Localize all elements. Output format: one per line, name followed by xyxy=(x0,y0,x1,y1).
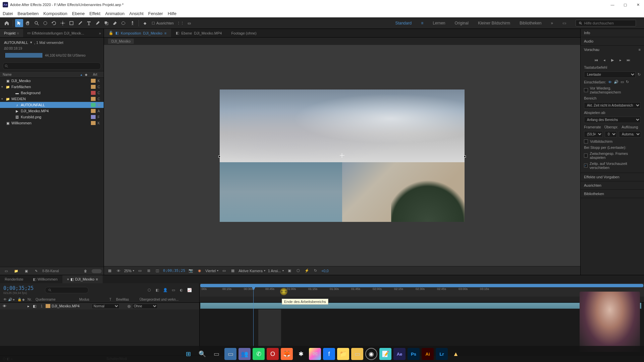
zoom-dropdown[interactable]: 25% xyxy=(124,269,134,273)
clone-tool[interactable] xyxy=(102,19,110,27)
grid-icon[interactable]: ⊞ xyxy=(146,268,152,274)
new-folder-icon[interactable]: 📁 xyxy=(12,267,20,275)
channels-icon[interactable]: 👁 xyxy=(115,268,121,274)
range-dropdown[interactable]: Akt. Zeit nicht in Arbeitsbereich xyxy=(584,102,641,109)
move-time-checkbox[interactable]: Zeitp. auf Vorschauzeit verschieben xyxy=(584,161,641,171)
workspace-libraries[interactable]: Bibliotheken xyxy=(520,21,541,25)
text-tool[interactable] xyxy=(85,19,93,27)
col-nr[interactable]: Nr. xyxy=(26,298,34,301)
exposure-value[interactable]: +0,0 xyxy=(321,269,329,273)
toggle-switch[interactable] xyxy=(92,269,102,273)
teams-icon[interactable]: 👥 xyxy=(238,348,251,360)
playfrom-dropdown[interactable]: Anfang des Bereichs xyxy=(584,117,641,123)
project-item[interactable]: ▾📁FarbflächenC xyxy=(0,84,104,90)
item-label-color[interactable] xyxy=(91,109,96,113)
res-icon[interactable]: ▭ xyxy=(137,268,143,274)
item-label-color[interactable] xyxy=(91,115,96,119)
panel-preview[interactable]: Vorschau xyxy=(584,48,599,52)
color-icon[interactable]: ◉ xyxy=(197,268,203,274)
menu-edit[interactable]: Bearbeiten xyxy=(17,11,39,16)
frameblend-icon[interactable]: ▭ xyxy=(170,287,176,293)
messenger-icon[interactable]: ✉ xyxy=(309,348,321,360)
col-audio-icon[interactable]: 🔊 xyxy=(7,298,11,301)
col-type[interactable]: Art xyxy=(93,73,101,76)
opera-icon[interactable]: O xyxy=(267,348,279,360)
new-comp-icon[interactable]: ▣ xyxy=(22,267,30,275)
project-item[interactable]: ▣WillkommenK xyxy=(0,120,104,126)
brush-tool[interactable] xyxy=(94,19,102,27)
workarea-bar[interactable] xyxy=(200,284,643,287)
fast-icon[interactable]: ⚡ xyxy=(304,268,310,274)
minimize-button[interactable]: — xyxy=(609,1,616,8)
adjust-icon[interactable]: ✎ xyxy=(32,267,40,275)
col-solo-icon[interactable]: ● xyxy=(11,298,16,301)
next-frame-icon[interactable]: ▸ xyxy=(618,57,624,63)
facebook-icon[interactable]: f xyxy=(323,348,335,360)
shortcut-dropdown[interactable]: Leertaste xyxy=(584,71,636,78)
ai-taskbar-icon[interactable]: Ai xyxy=(422,348,434,360)
menu-window[interactable]: Fenster xyxy=(148,11,163,16)
skip-dropdown[interactable]: 0 xyxy=(605,131,617,137)
lock-icon[interactable]: 🔓 xyxy=(109,31,113,35)
col-video-icon[interactable]: 👁 xyxy=(2,298,7,301)
panel-info[interactable]: Info xyxy=(581,29,644,37)
layer-expand-icon[interactable]: ▸ xyxy=(26,304,31,308)
orbit-tool[interactable] xyxy=(41,19,49,27)
breadcrumb[interactable]: DJI_Mexiko xyxy=(108,39,134,44)
project-item[interactable]: ▬BackgroundC xyxy=(0,90,104,96)
include-video-icon[interactable]: 👁 xyxy=(608,80,612,84)
app-icon-1[interactable]: ✱ xyxy=(295,348,307,360)
workspace-panel-icon[interactable]: ▭ xyxy=(562,21,566,25)
obs-icon[interactable]: ◉ xyxy=(365,348,377,360)
tab-renderqueue[interactable]: Renderliste xyxy=(0,275,28,283)
menu-composition[interactable]: Komposition xyxy=(43,11,67,16)
cache-before-checkbox[interactable]: Vor Wiederg. zwischenspeichern xyxy=(584,85,641,95)
anchor-tool[interactable] xyxy=(59,19,67,27)
graph-icon[interactable]: 📈 xyxy=(186,287,193,293)
timeline-search[interactable] xyxy=(45,287,89,293)
workspace-overflow-icon[interactable]: » xyxy=(551,21,553,25)
rotate-tool[interactable] xyxy=(50,19,58,27)
menu-help[interactable]: Hilfe xyxy=(168,11,176,16)
refresh-icon[interactable]: ↻ xyxy=(313,268,319,274)
fullscreen-checkbox[interactable]: Vollbildschirm xyxy=(584,138,641,144)
cached-frames-checkbox[interactable]: Zwischengesp. Frames abspielen xyxy=(584,150,641,161)
col-label-icon[interactable]: ◆ xyxy=(21,298,26,301)
item-label-color[interactable] xyxy=(91,91,96,95)
project-item[interactable]: ▾📁MEDIENC xyxy=(0,96,104,102)
home-icon[interactable] xyxy=(3,19,11,27)
maximize-button[interactable]: ▢ xyxy=(622,1,629,8)
selection-tool[interactable] xyxy=(15,19,23,27)
alpha-icon[interactable]: ▦ xyxy=(107,268,113,274)
panel-menu-icon[interactable]: ≡ xyxy=(639,48,641,52)
notepad-icon[interactable]: 📝 xyxy=(379,348,391,360)
col-sort-icon[interactable]: ▴ xyxy=(80,73,82,76)
resolution-dropdown[interactable]: Viertel xyxy=(205,269,218,273)
renderer-icon[interactable]: ⬡ xyxy=(295,268,301,274)
project-item[interactable]: 🖼Kursbild.pngF xyxy=(0,114,104,120)
project-item[interactable]: ▶DJI_Mexiko.MP4A xyxy=(0,108,104,114)
composition-viewer[interactable] xyxy=(104,45,580,266)
app-icon-3[interactable]: ▲ xyxy=(450,348,462,360)
layer-visibility-icon[interactable]: 👁 xyxy=(2,304,7,308)
layer-trkmat-dropdown[interactable]: Ohne xyxy=(132,304,158,309)
workspace-original[interactable]: Original xyxy=(455,21,469,25)
3d-icon[interactable]: ▣ xyxy=(286,268,292,274)
asset-dropdown-icon[interactable]: ▾ xyxy=(30,40,32,45)
first-frame-icon[interactable]: ⏮ xyxy=(593,57,599,63)
panel-align[interactable]: Ausrichten xyxy=(581,181,644,189)
firefox-icon[interactable]: 🦊 xyxy=(281,348,293,360)
loop-icon[interactable]: ↻ xyxy=(626,80,629,84)
menu-layer[interactable]: Ebene xyxy=(72,11,85,16)
workspace-standard[interactable]: Standard xyxy=(395,21,412,25)
tab-overflow[interactable]: » xyxy=(96,29,104,37)
col-trkmat[interactable]: BewMas xyxy=(115,298,138,301)
shape-tool[interactable] xyxy=(67,19,75,27)
reset-icon[interactable]: ↻ xyxy=(638,72,641,77)
menu-view[interactable]: Ansicht xyxy=(129,11,144,16)
snap-grid-icon[interactable]: ⋮⋮ xyxy=(176,19,184,27)
ps-taskbar-icon[interactable]: Ps xyxy=(408,348,420,360)
item-label-color[interactable] xyxy=(91,103,96,107)
pen-tool[interactable] xyxy=(76,19,84,27)
timeline-timecode[interactable]: 0;00;35;25 xyxy=(3,285,34,291)
